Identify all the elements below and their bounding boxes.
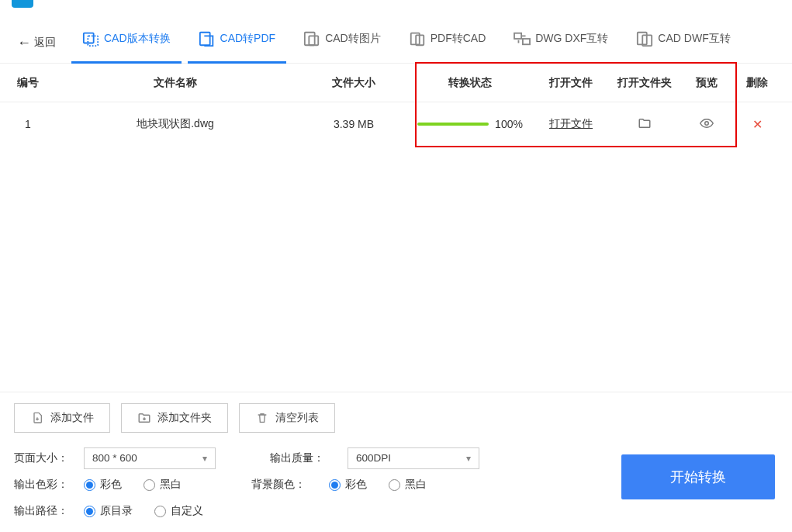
delete-row-button[interactable]: ✕ [752, 118, 763, 131]
bg-color-radio-color[interactable]: 彩色 [329, 478, 367, 492]
output-quality-select[interactable]: 600DPI ▾ [348, 447, 479, 469]
table-header-row: 编号 文件名称 文件大小 转换状态 打开文件 打开文件夹 预览 删除 [0, 64, 792, 102]
page-size-label: 页面大小： [14, 451, 68, 465]
header-id: 编号 [5, 76, 51, 90]
radio-label: 原目录 [100, 504, 133, 518]
radio-dot-icon [84, 479, 95, 491]
add-file-button[interactable]: 添加文件 [14, 403, 110, 433]
folder-plus-icon [137, 410, 151, 426]
tab-dwg-dxf[interactable]: DWG DXF互转 [503, 22, 619, 64]
row-id: 1 [5, 118, 51, 130]
tab-label: CAD DWF互转 [658, 32, 730, 46]
tab-label: DWG DXF互转 [535, 32, 608, 46]
add-folder-button[interactable]: 添加文件夹 [121, 403, 228, 433]
tab-label: PDF转CAD [431, 32, 486, 46]
open-file-link[interactable]: 打开文件 [549, 117, 593, 130]
cad-version-icon [82, 30, 99, 47]
row-filesize: 3.39 MB [299, 118, 408, 130]
header-open: 打开文件 [532, 76, 610, 90]
radio-label: 自定义 [171, 504, 203, 518]
radio-dot-icon [84, 506, 95, 517]
header-delete: 删除 [734, 76, 780, 90]
preview-button[interactable] [699, 120, 714, 133]
tab-pdf-cad[interactable]: PDF转CAD [398, 22, 497, 64]
folder-icon [637, 116, 652, 130]
tab-cad-dwf[interactable]: CAD DWF互转 [625, 22, 741, 64]
chevron-down-icon: ▾ [466, 447, 471, 469]
tab-label: CAD转PDF [220, 32, 276, 46]
trash-icon [255, 410, 269, 426]
radio-label: 彩色 [345, 478, 367, 492]
output-color-radio-color[interactable]: 彩色 [84, 478, 122, 492]
pdf-cad-icon [409, 30, 426, 47]
clear-list-label: 清空列表 [275, 411, 319, 425]
eye-icon [699, 116, 714, 130]
tab-label: CAD版本转换 [104, 32, 171, 46]
tab-cad-version[interactable]: CAD版本转换 [71, 22, 182, 64]
tab-cad-pdf[interactable]: CAD转PDF [188, 22, 287, 64]
svg-rect-8 [523, 39, 530, 44]
chevron-down-icon: ▾ [202, 447, 207, 469]
svg-rect-7 [514, 33, 521, 38]
clear-list-button[interactable]: 清空列表 [239, 403, 335, 433]
header-preview: 预览 [680, 76, 734, 90]
start-convert-button[interactable]: 开始转换 [621, 454, 775, 499]
row-filename: 地块现状图.dwg [51, 117, 299, 131]
add-file-label: 添加文件 [50, 411, 94, 425]
radio-dot-icon [329, 479, 341, 491]
output-color-radio-bw[interactable]: 黑白 [144, 478, 182, 492]
progress-percent: 100% [495, 118, 523, 130]
table-row: 1 地块现状图.dwg 3.39 MB 100% 打开文件 ✕ [0, 102, 792, 146]
output-quality-label: 输出质量： [270, 451, 332, 465]
open-folder-button[interactable] [637, 120, 652, 133]
bottom-panel: 添加文件 添加文件夹 清空列表 页面大小： 800 * 600 ▾ 输出质量： … [0, 392, 792, 532]
cad-pdf-icon [199, 30, 216, 47]
svg-rect-2 [199, 32, 209, 45]
back-arrow-icon: ← [17, 36, 31, 50]
output-quality-value: 600DPI [356, 447, 391, 469]
page-size-select[interactable]: 800 * 600 ▾ [84, 447, 216, 469]
radio-dot-icon [144, 479, 155, 491]
radio-dot-icon [154, 506, 166, 517]
row-status: 100% [408, 118, 532, 130]
header-folder: 打开文件夹 [610, 76, 680, 90]
add-folder-label: 添加文件夹 [157, 411, 212, 425]
svg-rect-4 [309, 36, 318, 45]
file-plus-icon [30, 410, 44, 426]
radio-dot-icon [389, 479, 400, 491]
radio-label: 黑白 [160, 478, 182, 492]
radio-label: 黑白 [405, 478, 427, 492]
svg-point-11 [705, 121, 709, 125]
progress-bar [417, 123, 489, 126]
output-path-radio-orig[interactable]: 原目录 [84, 504, 133, 518]
page-size-value: 800 * 600 [92, 447, 137, 469]
bg-color-label: 背景颜色： [251, 478, 313, 492]
tab-cad-image[interactable]: CAD转图片 [292, 22, 392, 64]
output-path-radio-custom[interactable]: 自定义 [154, 504, 203, 518]
back-label: 返回 [34, 36, 56, 50]
output-color-label: 输出色彩： [14, 478, 68, 492]
header-name: 文件名称 [51, 76, 299, 90]
header-status: 转换状态 [408, 76, 532, 90]
back-button[interactable]: ← 返回 [8, 36, 65, 50]
dwg-dxf-icon [514, 30, 531, 47]
app-logo [12, 0, 33, 8]
header-size: 文件大小 [299, 76, 408, 90]
cad-image-icon [303, 30, 320, 47]
bg-color-radio-bw[interactable]: 黑白 [389, 478, 427, 492]
cad-dwf-icon [636, 30, 653, 47]
radio-label: 彩色 [100, 478, 122, 492]
tab-label: CAD转图片 [325, 32, 381, 46]
output-path-label: 输出路径： [14, 504, 68, 518]
